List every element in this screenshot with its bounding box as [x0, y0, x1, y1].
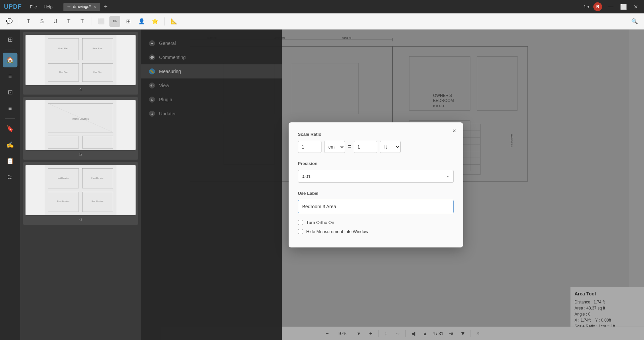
main-layout: ⊞ 🏠 ≡ ⊡ ≡ 🔖 ✍ 📋 🗂 Floor Plan Floor Plan [0, 30, 644, 340]
thumbnail-label-6: 6 [26, 217, 136, 222]
precision-title: Precision [298, 161, 454, 166]
svg-rect-9 [45, 100, 116, 150]
scale-left-input[interactable] [298, 141, 321, 153]
app-logo: UPDF [4, 3, 22, 10]
svg-text:Floor Plan: Floor Plan [93, 71, 101, 73]
toolbar-pencil-btn[interactable]: ✏ [109, 16, 120, 27]
scale-ratio-row: cm mm in ft m = ft in cm mm m [298, 141, 454, 153]
content-area: OWNER'S BEDROOM B-0' CLG 2040 SH 4050 XO… [141, 30, 644, 340]
thumbnail-img-6: Left Elevation Front Elevation Right Ele… [26, 165, 136, 215]
sidebar-sep-1 [5, 50, 15, 50]
titlebar: UPDF File Help ✏ drawings* × + 1 ▾ R — ⬜… [0, 0, 644, 13]
toolbar-sticker-btn[interactable]: ⭐ [150, 16, 160, 27]
toolbar-right: 🔍 [629, 16, 640, 27]
scale-equals-sign: = [348, 143, 351, 150]
measuring-dialog: × Scale Ratio cm mm in ft m = ft [289, 122, 463, 247]
ortho-label: Turn Ortho On [306, 220, 334, 225]
sidebar-icon-thumbnails[interactable]: ⊞ [3, 32, 17, 47]
thumbnail-4[interactable]: Floor Plan Floor Plan Floor Plan Floor P… [23, 32, 138, 95]
toolbar-highlight-btn[interactable]: T [23, 16, 34, 27]
toolbar-text-box-btn[interactable]: T [63, 16, 74, 27]
svg-text:Left Elevation: Left Elevation [58, 177, 68, 179]
svg-text:Rear Elevation: Rear Elevation [92, 200, 103, 202]
ortho-checkbox-row: Turn Ortho On [298, 220, 454, 225]
toolbar-strikethrough-btn[interactable]: S [37, 16, 47, 27]
tab-edit-icon: ✏ [67, 5, 70, 9]
toolbar-callout-btn[interactable]: T [77, 16, 88, 27]
titlebar-menu: File Help [27, 3, 55, 11]
svg-rect-15 [45, 165, 116, 215]
toolbar-measure-btn[interactable]: 📐 [169, 16, 180, 27]
toolbar-text-btn[interactable]: 💬 [4, 16, 15, 27]
sidebar-sep-2 [5, 118, 15, 119]
current-tab[interactable]: ✏ drawings* × [63, 3, 100, 11]
toolbar: 💬 T S U T T ⬜ ✏ ⊞ 👤 ⭐ 📐 🔍 [0, 13, 644, 30]
sidebar-icon-organize[interactable]: 🗂 [3, 170, 17, 184]
use-label-title: Use Label [298, 191, 454, 196]
menu-help[interactable]: Help [41, 3, 55, 11]
svg-text:Floor Plan: Floor Plan [58, 47, 68, 50]
sidebar-icon-outline[interactable]: ≡ [3, 101, 17, 116]
scale-left-unit-select[interactable]: cm mm in ft m [324, 141, 345, 153]
label-input[interactable] [298, 200, 454, 213]
search-btn[interactable]: 🔍 [629, 16, 640, 27]
second-checkbox-row: Hide Measurement Info Window [298, 229, 454, 234]
window-controls: — ⬜ ✕ [606, 3, 640, 11]
sidebar-icon-layers[interactable]: ≡ [3, 69, 17, 83]
sidebar-icon-home[interactable]: 🏠 [3, 53, 17, 67]
user-avatar[interactable]: R [593, 2, 602, 11]
svg-text:Interior Elevation: Interior Elevation [72, 118, 89, 120]
thumbnail-img-5: Interior Elevation [26, 100, 136, 150]
maximize-btn[interactable]: ⬜ [618, 3, 629, 11]
svg-text:Floor Plan: Floor Plan [59, 71, 67, 73]
thumbnail-label-5: 5 [26, 152, 136, 157]
sidebar-icon-pages[interactable]: ⊡ [3, 85, 17, 100]
toolbar-shape-btn[interactable]: ⬜ [96, 16, 107, 27]
toolbar-underline-btn[interactable]: U [50, 16, 61, 27]
sidebar-icon-bookmark[interactable]: 🔖 [3, 121, 17, 136]
page-indicator: 1 ▾ [584, 4, 589, 9]
thumbnail-panel: Floor Plan Floor Plan Floor Plan Floor P… [20, 30, 141, 340]
thumbnail-img-4: Floor Plan Floor Plan Floor Plan Floor P… [26, 35, 136, 85]
svg-text:Front Elevation: Front Elevation [91, 177, 103, 179]
toolbar-stamp-btn[interactable]: 👤 [136, 16, 147, 27]
thumbnail-6[interactable]: Left Elevation Front Elevation Right Ele… [23, 162, 138, 225]
thumbnail-5[interactable]: Interior Elevation 5 [23, 97, 138, 160]
second-checkbox-label: Hide Measurement Info Window [306, 229, 368, 234]
precision-select[interactable]: 0.01 0.1 1 0.001 [298, 170, 454, 183]
minimize-btn[interactable]: — [606, 3, 615, 10]
sidebar-icon-comment[interactable]: ✍ [3, 137, 17, 152]
tab-label: drawings* [73, 4, 91, 9]
thumbnail-label-4: 4 [26, 87, 136, 92]
toolbar-rubber-btn[interactable]: ⊞ [123, 16, 134, 27]
svg-text:Right Elevation: Right Elevation [57, 200, 69, 202]
ortho-checkbox[interactable] [298, 220, 303, 225]
left-sidebar: ⊞ 🏠 ≡ ⊡ ≡ 🔖 ✍ 📋 🗂 [0, 30, 20, 340]
new-tab-btn[interactable]: + [101, 3, 110, 11]
dialog-close-btn[interactable]: × [450, 126, 459, 136]
dialog-overlay: × Scale Ratio cm mm in ft m = ft [141, 30, 644, 340]
scale-ratio-title: Scale Ratio [298, 132, 454, 137]
close-btn[interactable]: ✕ [632, 3, 640, 11]
menu-file[interactable]: File [27, 3, 40, 11]
scale-right-unit-select[interactable]: ft in cm mm m [380, 141, 401, 153]
titlebar-tabs: ✏ drawings* × + [63, 3, 110, 11]
scale-right-input[interactable] [354, 141, 377, 153]
toolbar-sep-3 [164, 17, 165, 25]
sidebar-icon-form[interactable]: 📋 [3, 154, 17, 168]
precision-select-wrapper: 0.01 0.1 1 0.001 [298, 170, 454, 183]
titlebar-right: 1 ▾ R — ⬜ ✕ [584, 2, 640, 11]
toolbar-sep-1 [19, 17, 19, 25]
toolbar-sep-2 [92, 17, 92, 25]
tab-close-btn[interactable]: × [93, 4, 96, 9]
svg-text:Floor Plan: Floor Plan [93, 47, 103, 50]
second-checkbox[interactable] [298, 229, 303, 234]
